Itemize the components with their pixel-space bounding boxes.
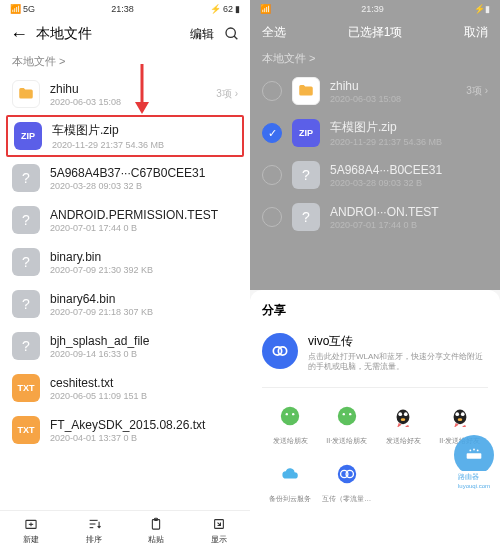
svg-point-15 bbox=[281, 407, 299, 425]
file-meta: 2020-11-29 21:37 54.36 MB bbox=[52, 140, 236, 150]
breadcrumb[interactable]: 本地文件 > bbox=[0, 50, 250, 73]
checkbox[interactable] bbox=[262, 123, 282, 143]
file-item[interactable]: TXTFT_AkeySDK_2015.08.26.txt2020-04-01 1… bbox=[0, 409, 250, 451]
item-count: 3项 › bbox=[466, 84, 488, 98]
file-info: 5A968A4···B0CEE312020-03-28 09:03 32 B bbox=[330, 163, 488, 188]
file-info: ANDROI···ON.TEST2020-07-01 17:44 0 B bbox=[330, 205, 488, 230]
file-name: zhihu bbox=[330, 79, 456, 93]
vivo-transfer-row[interactable]: vivo互传 点击此处打开WLAN和蓝牙，快速分享文件给附近的手机或电脑，无需流… bbox=[262, 329, 488, 388]
gray-icon: ? bbox=[12, 332, 40, 360]
back-icon[interactable]: ← bbox=[10, 24, 28, 45]
app-icon bbox=[274, 458, 306, 490]
svg-point-28 bbox=[457, 418, 462, 421]
edit-button[interactable]: 编辑 bbox=[190, 26, 214, 43]
toolbar-sort-button[interactable]: 排序 bbox=[63, 516, 126, 545]
checkbox[interactable] bbox=[262, 81, 282, 101]
svg-point-18 bbox=[338, 407, 356, 425]
right-screenshot: 📶 21:39 ⚡▮ 全选 已选择1项 取消 本地文件 > zhihu2020-… bbox=[250, 0, 500, 550]
share-app[interactable]: 互传（零流量… bbox=[319, 458, 376, 504]
toolbar-label: 粘贴 bbox=[148, 534, 164, 545]
search-icon[interactable] bbox=[224, 26, 240, 42]
file-meta: 2020-03-28 09:03 32 B bbox=[50, 181, 238, 191]
file-item[interactable]: TXTceshitest.txt2020-06-05 11:09 151 B bbox=[0, 367, 250, 409]
svg-point-17 bbox=[292, 413, 294, 415]
file-name: 车模图片.zip bbox=[330, 119, 488, 136]
file-item[interactable]: ?binary64.bin2020-07-09 21:18 307 KB bbox=[0, 283, 250, 325]
file-item[interactable]: ?5A968A4B37···C67B0CEE312020-03-28 09:03… bbox=[0, 157, 250, 199]
app-label: 发送给朋友 bbox=[273, 436, 308, 446]
app-label: 互传（零流量… bbox=[322, 494, 371, 504]
checkbox[interactable] bbox=[262, 207, 282, 227]
file-item[interactable]: ZIP车模图片.zip2020-11-29 21:37 54.36 MB bbox=[250, 112, 500, 154]
toolbar-show-button[interactable]: 显示 bbox=[188, 516, 251, 545]
share-sheet: 分享 vivo互传 点击此处打开WLAN和蓝牙，快速分享文件给附近的手机或电脑，… bbox=[250, 290, 500, 550]
file-info: FT_AkeySDK_2015.08.26.txt2020-04-01 13:3… bbox=[50, 418, 238, 443]
file-item[interactable]: zhihu2020-06-03 15:083项 › bbox=[0, 73, 250, 115]
app-icon bbox=[331, 458, 363, 490]
file-meta: 2020-06-05 11:09 151 B bbox=[50, 391, 238, 401]
file-item[interactable]: ZIP车模图片.zip2020-11-29 21:37 54.36 MB bbox=[8, 117, 242, 155]
file-meta: 2020-07-01 17:44 0 B bbox=[330, 220, 488, 230]
file-info: ANDROID.PERMISSION.TEST2020-07-01 17:44 … bbox=[50, 208, 238, 233]
status-bar: 📶 21:39 ⚡▮ bbox=[250, 0, 500, 18]
share-app[interactable]: II·发送给朋友 bbox=[319, 400, 376, 446]
file-item[interactable]: ?ANDROID.PERMISSION.TEST2020-07-01 17:44… bbox=[0, 199, 250, 241]
share-title: 分享 bbox=[262, 302, 488, 319]
file-meta: 2020-04-01 13:37 0 B bbox=[50, 433, 238, 443]
page-title: 本地文件 bbox=[36, 25, 190, 43]
sort-icon bbox=[86, 516, 102, 532]
select-all-button[interactable]: 全选 bbox=[262, 24, 286, 41]
checkbox[interactable] bbox=[262, 165, 282, 185]
toolbar-label: 新建 bbox=[23, 534, 39, 545]
zip-icon: ZIP bbox=[292, 119, 320, 147]
paste-icon bbox=[148, 516, 164, 532]
app-label: 发送给好友 bbox=[386, 436, 421, 446]
vivo-transfer-icon bbox=[262, 333, 298, 369]
svg-point-24 bbox=[401, 418, 406, 421]
share-app[interactable]: 发送给朋友 bbox=[262, 400, 319, 446]
svg-point-21 bbox=[397, 409, 410, 424]
watermark: 路由器luyouqi.com bbox=[454, 435, 494, 490]
file-info: ceshitest.txt2020-06-05 11:09 151 B bbox=[50, 376, 238, 401]
file-name: 5A968A4B37···C67B0CEE31 bbox=[50, 166, 238, 180]
app-label: II·发送给朋友 bbox=[326, 436, 367, 446]
file-item[interactable]: zhihu2020-06-03 15:083项 › bbox=[250, 70, 500, 112]
cancel-button[interactable]: 取消 bbox=[464, 24, 488, 41]
share-app[interactable]: 发送给好友 bbox=[375, 400, 432, 446]
toolbar-label: 显示 bbox=[211, 534, 227, 545]
file-info: 5A968A4B37···C67B0CEE312020-03-28 09:03 … bbox=[50, 166, 238, 191]
status-time: 21:39 bbox=[361, 4, 384, 14]
file-item[interactable]: ?binary.bin2020-07-09 21:30 392 KB bbox=[0, 241, 250, 283]
zip-icon: ZIP bbox=[14, 122, 42, 150]
watermark-icon bbox=[454, 435, 494, 475]
file-item[interactable]: ?ANDROI···ON.TEST2020-07-01 17:44 0 B bbox=[250, 196, 500, 238]
file-info: binary64.bin2020-07-09 21:18 307 KB bbox=[50, 292, 238, 317]
folder-icon bbox=[292, 77, 320, 105]
file-meta: 2020-06-03 15:08 bbox=[330, 94, 456, 104]
toolbar-paste-button[interactable]: 粘贴 bbox=[125, 516, 188, 545]
file-meta: 2020-09-14 16:33 0 B bbox=[50, 349, 238, 359]
gray-icon: ? bbox=[12, 206, 40, 234]
gray-icon: ? bbox=[12, 164, 40, 192]
svg-point-34 bbox=[473, 449, 475, 451]
file-name: FT_AkeySDK_2015.08.26.txt bbox=[50, 418, 238, 432]
txt-icon: TXT bbox=[12, 374, 40, 402]
selection-count: 已选择1项 bbox=[348, 24, 403, 41]
status-right: ⚡▮ bbox=[474, 4, 490, 14]
file-item[interactable]: ?bjh_splash_ad_file2020-09-14 16:33 0 B bbox=[0, 325, 250, 367]
file-name: 车模图片.zip bbox=[52, 122, 236, 139]
bottom-toolbar: 新建排序粘贴显示 bbox=[0, 510, 250, 550]
file-name: ceshitest.txt bbox=[50, 376, 238, 390]
file-meta: 2020-07-01 17:44 0 B bbox=[50, 223, 238, 233]
svg-point-25 bbox=[453, 409, 466, 424]
status-time: 21:38 bbox=[111, 4, 134, 14]
toolbar-new-button[interactable]: 新建 bbox=[0, 516, 63, 545]
svg-point-33 bbox=[469, 450, 471, 452]
svg-point-22 bbox=[399, 412, 403, 416]
file-item[interactable]: ?5A968A4···B0CEE312020-03-28 09:03 32 B bbox=[250, 154, 500, 196]
file-info: binary.bin2020-07-09 21:30 392 KB bbox=[50, 250, 238, 275]
gray-icon: ? bbox=[12, 290, 40, 318]
share-app[interactable]: 备份到云服务 bbox=[262, 458, 319, 504]
folder-icon bbox=[12, 80, 40, 108]
breadcrumb[interactable]: 本地文件 > bbox=[250, 47, 500, 70]
